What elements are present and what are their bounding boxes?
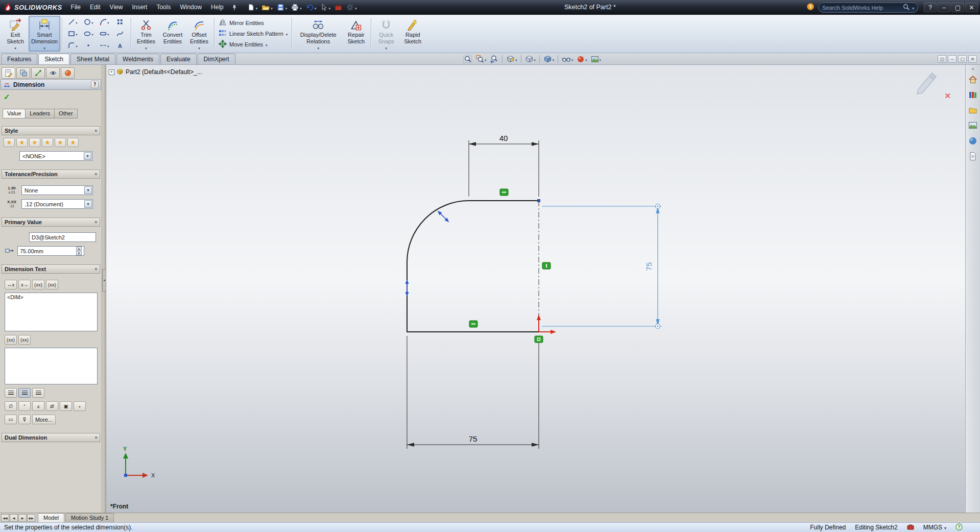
convert-entities-button[interactable]: Convert Entities xyxy=(159,16,186,52)
delete-favorite-button[interactable] xyxy=(42,138,53,147)
status-units[interactable]: MMGS xyxy=(923,524,946,531)
collapse-chevron-icon[interactable] xyxy=(94,128,97,133)
tp-custom-props-tab[interactable] xyxy=(967,151,978,162)
primary-value-group-header[interactable]: Primary Value xyxy=(2,217,100,227)
search-icon[interactable] xyxy=(903,4,910,12)
open-icon[interactable] xyxy=(260,2,274,13)
trim-entities-button[interactable]: Trim Entities xyxy=(133,16,159,52)
dimension-frame-button[interactable] xyxy=(5,415,17,424)
doc-restore-button[interactable]: ▢ xyxy=(958,55,967,63)
centerline-tool-button[interactable] xyxy=(97,40,112,52)
symbol-2-button[interactable]: ° xyxy=(18,401,31,411)
symbol-1-button[interactable]: ∅ xyxy=(5,401,17,411)
ok-button[interactable]: ✓ xyxy=(4,92,102,103)
tab-dimxpert[interactable]: DimXpert xyxy=(198,54,235,64)
select-cursor-icon[interactable] xyxy=(319,2,332,13)
menu-view[interactable]: View xyxy=(105,0,128,15)
tp-view-palette-tab[interactable] xyxy=(967,120,978,131)
symbol-more-dropdown[interactable] xyxy=(74,401,86,411)
tab-evaluate[interactable]: Evaluate xyxy=(160,54,197,64)
vertical-constraint-badge[interactable] xyxy=(542,262,551,269)
mirror-entities-button[interactable]: Mirror Entities xyxy=(219,18,288,28)
coincident-constraint-badge[interactable] xyxy=(535,336,543,343)
search-input[interactable]: Search SolidWorks Help xyxy=(822,5,900,11)
display-delete-relations-button[interactable]: Display/Delete Relations xyxy=(294,16,343,52)
window-close-button[interactable]: ✕ xyxy=(965,3,978,12)
pm-appearance-tab[interactable] xyxy=(61,67,75,79)
text-tool-tool-button[interactable]: A xyxy=(112,40,128,52)
zoom-fit-icon[interactable] xyxy=(462,54,473,64)
move-entities-button[interactable]: Move Entities xyxy=(219,40,288,49)
dropdown-arrow-icon[interactable] xyxy=(14,44,16,51)
display-style-icon[interactable] xyxy=(542,54,555,64)
dropdown-arrow-icon[interactable] xyxy=(84,186,92,194)
tab-sheet-metal[interactable]: Sheet Metal xyxy=(70,54,115,64)
symbol-3-button[interactable]: ± xyxy=(32,401,44,411)
panel-help-button[interactable]: ? xyxy=(91,81,99,88)
dimension-text-area-secondary[interactable] xyxy=(5,348,98,384)
dim-text-position-2-button[interactable]: x→ xyxy=(18,280,31,289)
line-tool-button[interactable] xyxy=(65,16,81,28)
toolbox-icon[interactable] xyxy=(333,2,344,13)
nav-previous-button[interactable]: ◀ xyxy=(10,514,18,522)
splitter-grip[interactable] xyxy=(102,269,106,292)
offset-entities-button[interactable]: Offset Entities xyxy=(186,16,212,52)
options-icon[interactable] xyxy=(345,2,358,13)
menu-edit[interactable]: Edit xyxy=(85,0,105,15)
dual-dimension-group-header[interactable]: Dual Dimension xyxy=(2,433,100,442)
slot-tool-button[interactable] xyxy=(97,28,112,40)
tab-weldments[interactable]: Weldments xyxy=(116,54,159,64)
search-dropdown-icon[interactable] xyxy=(912,4,914,11)
dropdown-arrow-icon[interactable] xyxy=(43,44,45,51)
style-group-header[interactable]: Style xyxy=(2,126,100,135)
update-favorite-button[interactable] xyxy=(29,138,40,147)
tp-library-tab[interactable] xyxy=(967,89,978,101)
tab-sketch[interactable]: Sketch xyxy=(38,54,69,64)
tolerance-group-header[interactable]: Tolerance/Precision xyxy=(2,170,100,179)
menu-file[interactable]: File xyxy=(66,0,85,15)
dropdown-arrow-icon[interactable] xyxy=(145,44,147,51)
linear-sketch-pattern-button[interactable]: Linear Sketch Pattern xyxy=(219,29,288,38)
dimension-right-label[interactable]: 75 xyxy=(644,262,653,271)
repair-sketch-button[interactable]: Repair Sketch xyxy=(343,16,369,52)
feature-tree-item[interactable]: Part2 (Default<<Default>_... xyxy=(109,68,202,76)
dim-text-xx-1-button[interactable]: (xx) xyxy=(5,335,17,345)
toolbox-status-icon[interactable] xyxy=(907,524,914,531)
quick-snaps-button[interactable]: Quick Snaps xyxy=(373,16,399,52)
add-favorite-button[interactable] xyxy=(16,138,28,147)
precision-dropdown[interactable]: .12 (Document) xyxy=(21,199,93,209)
dropdown-arrow-icon[interactable] xyxy=(84,200,92,208)
nav-next-button[interactable]: ▶ xyxy=(18,514,27,522)
point-tool-button[interactable] xyxy=(81,40,97,52)
window-help-button[interactable]: ? xyxy=(924,3,937,12)
dimension-name-field[interactable]: D3@Sketch2 xyxy=(29,232,96,242)
nav-forward-button[interactable]: ▶▶ xyxy=(27,514,35,522)
undo-icon[interactable] xyxy=(304,2,318,13)
horizontal-constraint-badge[interactable] xyxy=(469,321,477,327)
tab-other[interactable]: Other xyxy=(54,109,78,118)
menu-tools[interactable]: Tools xyxy=(152,0,175,15)
dropdown-arrow-icon[interactable] xyxy=(286,31,288,37)
dropdown-arrow-icon[interactable] xyxy=(386,44,388,51)
search-box[interactable]: Search SolidWorks Help xyxy=(818,3,918,13)
dim-text-position-3-button[interactable]: (xx) xyxy=(32,280,44,289)
pm-pm-tab[interactable] xyxy=(2,67,15,79)
help-bubble-icon[interactable]: ? xyxy=(806,3,815,12)
pm-config-tab[interactable] xyxy=(16,67,30,79)
sketch-geometry[interactable] xyxy=(407,199,540,332)
collapse-chevron-icon[interactable] xyxy=(94,220,97,225)
exit-sketch-button[interactable]: Exit Sketch xyxy=(2,16,29,52)
tp-appearances-tab[interactable] xyxy=(967,135,978,147)
sketch-canvas[interactable]: 40 75 xyxy=(106,65,965,513)
dimension-value-field[interactable]: 75.00mm xyxy=(17,246,84,256)
dropdown-arrow-icon[interactable] xyxy=(198,44,200,51)
zoom-area-icon[interactable] xyxy=(474,54,487,64)
units-dropdown-icon[interactable] xyxy=(944,524,946,531)
tolerance-dropdown[interactable]: None xyxy=(21,185,93,195)
spinner-up-icon[interactable] xyxy=(76,247,82,251)
collapse-chevron-icon[interactable] xyxy=(94,267,97,272)
graphics-area[interactable]: 40 75 xyxy=(106,65,965,513)
doc-close-button[interactable]: ✕ xyxy=(968,55,977,63)
symbol-4-button[interactable]: Ø xyxy=(46,401,58,411)
set-default-style-button[interactable] xyxy=(4,138,15,147)
